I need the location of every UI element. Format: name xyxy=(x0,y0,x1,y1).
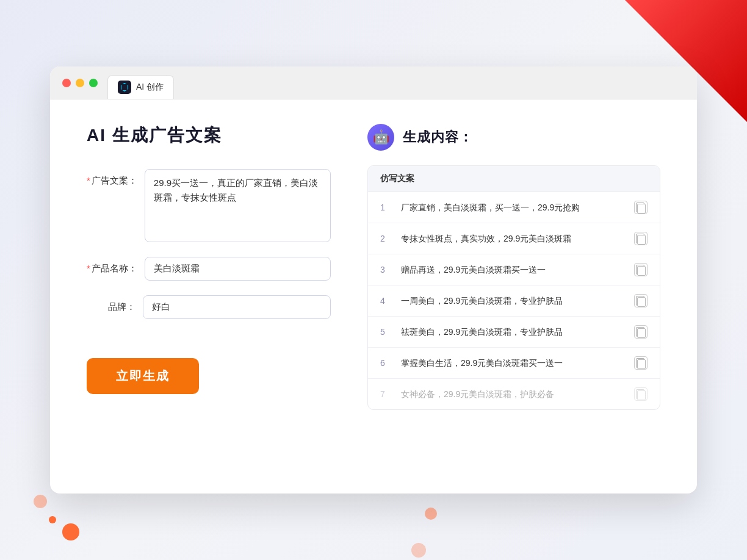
result-row: 3 赠品再送，29.9元美白淡斑霜买一送一 xyxy=(368,254,660,285)
result-title: 生成内容： xyxy=(403,128,473,146)
row-number-5: 5 xyxy=(380,327,392,337)
brand-group: 品牌： xyxy=(87,295,331,319)
product-name-group: *产品名称： xyxy=(87,257,331,281)
browser-chrome: AI 创作 xyxy=(50,66,697,99)
row-text-3: 赠品再送，29.9元美白淡斑霜买一送一 xyxy=(401,264,626,276)
copy-button-3[interactable] xyxy=(634,263,648,276)
right-panel: 🤖 生成内容： 仿写文案 1 厂家直销，美白淡斑霜，买一送一，29.9元抢购 2… xyxy=(367,124,660,410)
required-star-product: * xyxy=(87,263,90,273)
copy-button-6[interactable] xyxy=(634,356,648,370)
result-row: 1 厂家直销，美白淡斑霜，买一送一，29.9元抢购 xyxy=(368,192,660,223)
page-title: AI 生成广告文案 xyxy=(87,124,331,147)
ad-copy-group: *广告文案： 29.9买一送一，真正的厂家直销，美白淡斑霜，专抹女性斑点 xyxy=(87,169,331,242)
result-row: 2 专抹女性斑点，真实功效，29.9元美白淡斑霜 xyxy=(368,223,660,254)
traffic-lights xyxy=(62,79,98,96)
result-row: 4 一周美白，29.9元美白淡斑霜，专业护肤品 xyxy=(368,285,660,317)
product-name-label: *产品名称： xyxy=(87,257,137,275)
browser-window: AI 创作 AI 生成广告文案 *广告文案： 29.9买一送一，真正的厂家直销，… xyxy=(50,66,697,494)
copy-button-7[interactable] xyxy=(634,387,648,401)
row-number-6: 6 xyxy=(380,358,392,368)
copy-button-5[interactable] xyxy=(634,325,648,339)
tab-icon xyxy=(118,81,131,94)
generate-button[interactable]: 立即生成 xyxy=(87,358,199,394)
browser-tab[interactable]: AI 创作 xyxy=(107,75,174,99)
row-text-2: 专抹女性斑点，真实功效，29.9元美白淡斑霜 xyxy=(401,232,626,245)
browser-content: AI 生成广告文案 *广告文案： 29.9买一送一，真正的厂家直销，美白淡斑霜，… xyxy=(50,99,697,434)
minimize-button[interactable] xyxy=(76,79,84,87)
copy-button-2[interactable] xyxy=(634,232,648,245)
row-number-7: 7 xyxy=(380,389,392,399)
ad-copy-textarea[interactable]: 29.9买一送一，真正的厂家直销，美白淡斑霜，专抹女性斑点 xyxy=(145,169,331,242)
robot-icon: 🤖 xyxy=(367,124,394,151)
row-number-3: 3 xyxy=(380,265,392,275)
result-row: 6 掌握美白生活，29.9元美白淡斑霜买一送一 xyxy=(368,348,660,379)
row-text-7: 女神必备，29.9元美白淡斑霜，护肤必备 xyxy=(401,388,626,401)
copy-button-4[interactable] xyxy=(634,294,648,307)
brand-label: 品牌： xyxy=(87,295,135,313)
brand-input[interactable] xyxy=(143,295,331,319)
row-text-6: 掌握美白生活，29.9元美白淡斑霜买一送一 xyxy=(401,357,626,370)
close-button[interactable] xyxy=(62,79,71,87)
row-number-2: 2 xyxy=(380,234,392,243)
left-panel: AI 生成广告文案 *广告文案： 29.9买一送一，真正的厂家直销，美白淡斑霜，… xyxy=(87,124,331,410)
result-table-header: 仿写文案 xyxy=(368,166,660,192)
product-name-input[interactable] xyxy=(145,257,331,281)
robot-emoji: 🤖 xyxy=(373,129,389,145)
row-text-5: 祛斑美白，29.9元美白淡斑霜，专业护肤品 xyxy=(401,326,626,339)
ai-logo-icon xyxy=(120,83,129,92)
tab-label: AI 创作 xyxy=(136,82,164,93)
required-star-ad: * xyxy=(87,175,90,185)
result-row: 5 祛斑美白，29.9元美白淡斑霜，专业护肤品 xyxy=(368,317,660,348)
result-header: 🤖 生成内容： xyxy=(367,124,660,151)
copy-button-1[interactable] xyxy=(634,201,648,214)
row-number-1: 1 xyxy=(380,203,392,212)
maximize-button[interactable] xyxy=(89,79,98,87)
row-text-1: 厂家直销，美白淡斑霜，买一送一，29.9元抢购 xyxy=(401,201,626,214)
row-text-4: 一周美白，29.9元美白淡斑霜，专业护肤品 xyxy=(401,295,626,307)
result-row-faded: 7 女神必备，29.9元美白淡斑霜，护肤必备 xyxy=(368,379,660,409)
ad-copy-label: *广告文案： xyxy=(87,169,137,187)
result-table: 仿写文案 1 厂家直销，美白淡斑霜，买一送一，29.9元抢购 2 专抹女性斑点，… xyxy=(367,165,660,410)
row-number-4: 4 xyxy=(380,296,392,306)
